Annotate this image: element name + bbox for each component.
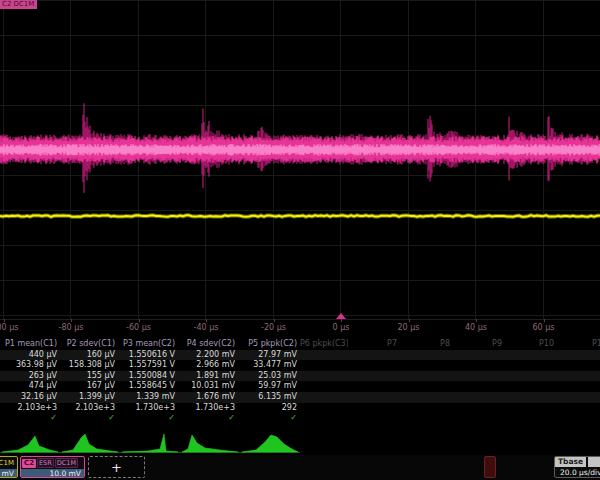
stat-row-max: 474 µV167 µV1.558645 V10.031 mV59.97 mV (0, 381, 600, 392)
status-check-icon: ✓ (118, 413, 178, 424)
stat-value: 1.730e+3 (178, 403, 238, 414)
stat-value: 1.676 mV (178, 392, 238, 403)
plus-icon: + (111, 460, 122, 475)
stat-row-mean: 363.98 µV158.308 µV1.557591 V2.966 mV33.… (0, 360, 600, 371)
status-check-icon: ✓ (178, 413, 238, 424)
c2-trace-core (0, 144, 600, 156)
stat-row-num: 2.103e+32.103e+31.730e+31.730e+3292 (0, 403, 600, 414)
stat-value: 32.16 µV (0, 392, 60, 403)
stat-value: 59.97 mV (238, 381, 300, 392)
stat-value: 292 (238, 403, 300, 414)
stat-value: 2.966 mV (178, 360, 238, 371)
stat-value: 1.550616 V (118, 350, 178, 361)
add-trace-button[interactable]: + (88, 456, 145, 478)
descriptor-bar: DC1M 10.0 mV C2 ESR DC1M 10.0 mV + HD 12… (0, 455, 600, 480)
axis-tick (71, 319, 72, 322)
trace-annotation-label: C2 DC1M (0, 0, 37, 9)
c2-channel-tag: C2 (22, 459, 36, 468)
stat-value: 1.550084 V (118, 371, 178, 382)
measurement-table: P1 mean(C1)P2 sdev(C1)P3 mean(C2)P4 sdev… (0, 339, 600, 424)
histicon-P2 (60, 432, 120, 455)
stat-value: 6.135 mV (238, 392, 300, 403)
measurement-header-P11[interactable]: P11 (557, 339, 600, 350)
oscilloscope-screen: C2 DC1M -100 µs-80 µs-60 µs-40 µs-20 µs0… (0, 0, 600, 480)
stat-value: 155 µV (60, 371, 118, 382)
waveform-layer (0, 0, 600, 319)
stat-value: 25.03 mV (238, 371, 300, 382)
status-check-icon: ✓ (238, 413, 300, 424)
c1-coupling-label: DC1M (0, 459, 16, 467)
stat-value: 167 µV (60, 381, 118, 392)
stat-value: 1.558645 V (118, 381, 178, 392)
stat-value: 1.730e+3 (118, 403, 178, 414)
stat-row-sdev: 32.16 µV1.399 µV1.339 mV1.676 mV6.135 mV (0, 392, 600, 403)
axis-tick (476, 319, 477, 322)
measurement-header-P1[interactable]: P1 mean(C1) (0, 339, 60, 350)
c2-coupling-badge: DC1M (55, 458, 78, 468)
timebase-scale: 20.0 µs/div (555, 468, 600, 478)
measurement-header-P6[interactable]: P6 pkpk(C3) (300, 339, 348, 350)
timebase-descriptor[interactable]: Tbase 20.0 µs/div (554, 456, 600, 478)
stat-value: 263 µV (0, 371, 60, 382)
timebase-delay-cell (588, 457, 600, 467)
axis-tick-label: 60 µs (533, 323, 555, 332)
status-row: ✓✓✓✓✓ (0, 413, 600, 424)
measurement-header-P4[interactable]: P4 sdev(C2) (178, 339, 238, 350)
axis-tick-label: -20 µs (261, 323, 286, 332)
axis-tick (544, 319, 545, 322)
axis-tick-label: 20 µs (398, 323, 420, 332)
c1-vertical-scale: 10.0 mV (0, 469, 17, 478)
stat-value: 2.200 mV (178, 350, 238, 361)
axis-tick (139, 319, 140, 322)
stat-value: 33.477 mV (238, 360, 300, 371)
stat-value: 27.97 mV (238, 350, 300, 361)
stat-value: 474 µV (0, 381, 60, 392)
status-check-icon: ✓ (0, 413, 60, 424)
stat-value: 1.891 mV (178, 371, 238, 382)
timebase-title: Tbase (555, 457, 586, 467)
histicon-P3 (120, 432, 180, 455)
axis-tick-label: -40 µs (194, 323, 219, 332)
axis-tick (4, 319, 5, 322)
status-check-icon: ✓ (60, 413, 118, 424)
measurement-header-P2[interactable]: P2 sdev(C1) (60, 339, 118, 350)
measurement-header-P7[interactable]: P7 (348, 339, 400, 350)
stat-value: 10.031 mV (178, 381, 238, 392)
histicon-P4 (180, 432, 240, 455)
measurement-header-P9[interactable]: P9 (453, 339, 505, 350)
stat-value: 1.399 µV (60, 392, 118, 403)
measurement-header-P8[interactable]: P8 (400, 339, 453, 350)
axis-tick (341, 319, 342, 322)
stat-row-value: 440 µV160 µV1.550616 V2.200 mV27.97 mV (0, 350, 600, 361)
axis-tick-label: -60 µs (126, 323, 151, 332)
axis-tick-label: 40 µs (465, 323, 487, 332)
stat-value: 1.557591 V (118, 360, 178, 371)
axis-tick (206, 319, 207, 322)
stat-value: 158.308 µV (60, 360, 118, 371)
stat-value: 363.98 µV (0, 360, 60, 371)
stat-value: 160 µV (60, 350, 118, 361)
axis-tick (274, 319, 275, 322)
measurement-histicons (0, 432, 300, 455)
axis-tick (409, 319, 410, 322)
waveform-grid: C2 DC1M (0, 0, 600, 320)
stat-value: 440 µV (0, 350, 60, 361)
c2-esr-badge: ESR (37, 458, 54, 468)
measurement-header-P5[interactable]: P5 pkpk(C2) (238, 339, 300, 350)
axis-tick-label: -100 µs (0, 323, 18, 332)
channel-c2-descriptor[interactable]: C2 ESR DC1M 10.0 mV (20, 456, 85, 478)
measurement-header-P3[interactable]: P3 mean(C2) (118, 339, 178, 350)
measurement-header-P10[interactable]: P10 (505, 339, 557, 350)
histicon-P1 (0, 432, 60, 455)
histicon-P5 (240, 432, 300, 455)
time-axis: -100 µs-80 µs-60 µs-40 µs-20 µs0 µs20 µs… (0, 319, 600, 337)
stat-value: 2.103e+3 (0, 403, 60, 414)
stat-value: 2.103e+3 (60, 403, 118, 414)
stat-row-min: 263 µV155 µV1.550084 V1.891 mV25.03 mV (0, 371, 600, 382)
axis-tick-label: 0 µs (333, 323, 350, 332)
axis-tick-label: -80 µs (59, 323, 84, 332)
channel-c1-descriptor[interactable]: DC1M 10.0 mV (0, 456, 18, 478)
cropped-descriptor-stub (484, 456, 496, 478)
c2-vertical-scale: 10.0 mV (21, 469, 84, 478)
stat-value: 1.339 mV (118, 392, 178, 403)
